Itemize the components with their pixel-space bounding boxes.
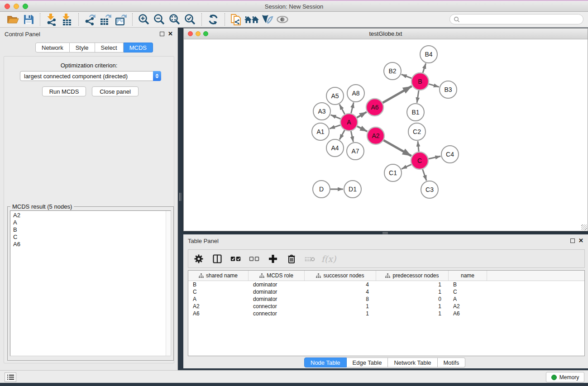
open-session-button[interactable] <box>5 13 21 26</box>
graph-edge-A-A8[interactable] <box>351 102 354 113</box>
graph-node-D[interactable]: D <box>313 181 330 198</box>
list-scrollbar[interactable] <box>166 211 171 356</box>
graph-edge-B-B3[interactable] <box>429 84 439 87</box>
graph-node-C4[interactable]: C4 <box>441 146 459 163</box>
show-hide-button[interactable] <box>275 13 290 26</box>
zoom-out-button[interactable] <box>152 13 167 26</box>
export-table-button[interactable] <box>98 13 113 26</box>
graph-edge-A-A3[interactable] <box>330 115 340 119</box>
minimize-network-window-button[interactable] <box>196 31 201 36</box>
show-column-button[interactable] <box>211 253 223 265</box>
graph-node-B[interactable]: B <box>411 73 429 90</box>
mcds-result-list[interactable]: A2ABCA6 <box>10 210 171 356</box>
graph-node-C1[interactable]: C1 <box>384 164 402 181</box>
graph-edge-C-C1[interactable] <box>402 164 411 169</box>
maximize-window-button[interactable] <box>23 4 28 9</box>
import-network-button[interactable] <box>44 13 59 26</box>
zoom-in-button[interactable] <box>136 13 152 26</box>
mcds-result-item[interactable]: C <box>10 234 165 241</box>
graph-edge-B-B2[interactable] <box>402 74 412 78</box>
zoom-fit-button[interactable] <box>167 13 182 26</box>
column-header-shared-name[interactable]: shared name <box>188 271 249 281</box>
tab-edge-table[interactable]: Edge Table <box>347 357 388 367</box>
search-input[interactable] <box>460 15 583 24</box>
task-history-button[interactable] <box>5 372 16 382</box>
column-header-MCDS-role[interactable]: MCDS role <box>249 271 305 281</box>
home-button[interactable] <box>244 13 259 26</box>
panel-splitter-grip[interactable] <box>179 193 182 201</box>
memory-button[interactable]: Memory <box>546 372 584 382</box>
graph-edge-B-B1[interactable] <box>417 91 419 103</box>
unselect-all-button[interactable] <box>249 253 260 265</box>
table-settings-button[interactable] <box>193 253 205 265</box>
add-column-button[interactable] <box>267 253 279 265</box>
zoom-selected-button[interactable] <box>182 13 198 26</box>
window-resize-grip[interactable] <box>581 224 587 230</box>
delete-column-button[interactable] <box>286 253 297 265</box>
float-panel-icon[interactable] <box>160 32 164 36</box>
graph-node-C[interactable]: C <box>411 152 428 169</box>
close-network-window-button[interactable] <box>188 31 193 36</box>
search-field[interactable] <box>449 14 583 24</box>
graph-edge-A-A7[interactable] <box>351 131 353 142</box>
export-network-button[interactable] <box>82 13 98 26</box>
table-row[interactable]: Cdominator41C <box>188 288 584 295</box>
column-header-successor-nodes[interactable]: successor nodes <box>305 271 376 281</box>
graph-node-D1[interactable]: D1 <box>344 181 361 198</box>
tab-select[interactable]: Select <box>95 43 124 52</box>
import-table-button[interactable] <box>59 13 75 26</box>
tab-style[interactable]: Style <box>70 43 95 52</box>
tab-motifs[interactable]: Motifs <box>438 357 466 367</box>
save-session-button[interactable] <box>21 13 36 26</box>
graph-node-A[interactable]: A <box>340 114 358 131</box>
graph-node-B1[interactable]: B1 <box>407 104 424 121</box>
tab-network-table[interactable]: Network Table <box>388 357 437 367</box>
graph-node-A6[interactable]: A6 <box>366 99 383 116</box>
network-file-button[interactable] <box>229 13 244 26</box>
graph-edge-A2-C[interactable] <box>383 140 411 156</box>
tab-mcds[interactable]: MCDS <box>124 43 153 52</box>
mcds-result-item[interactable]: A2 <box>10 212 165 219</box>
graph-node-A1[interactable]: A1 <box>312 123 329 140</box>
graph-node-A2[interactable]: A2 <box>367 127 384 144</box>
graph-edge-B-B4[interactable] <box>423 63 426 73</box>
float-panel-icon[interactable] <box>570 238 575 243</box>
run-mcds-button[interactable]: Run MCDS <box>42 86 86 96</box>
graph-node-A8[interactable]: A8 <box>347 85 364 102</box>
tab-network[interactable]: Network <box>35 43 70 52</box>
graph-edge-A-A1[interactable] <box>330 125 340 129</box>
mcds-result-item[interactable]: B <box>10 226 165 234</box>
mcds-result-item[interactable]: A6 <box>10 241 165 248</box>
graph-edge-A-A2[interactable] <box>357 126 367 131</box>
table-row[interactable]: Adominator80A <box>188 295 584 303</box>
graph-edge-C-C3[interactable] <box>423 169 427 181</box>
refresh-button[interactable] <box>206 13 221 26</box>
graph-edge-A6-B[interactable] <box>382 86 411 103</box>
table-row[interactable]: A6connector11A6 <box>188 310 584 317</box>
mcds-result-item[interactable]: A <box>10 219 165 226</box>
graph-edge-C-C4[interactable] <box>429 156 441 159</box>
graph-node-A5[interactable]: A5 <box>326 87 344 105</box>
column-header-predecessor-nodes[interactable]: predecessor nodes <box>376 271 449 281</box>
export-image-button[interactable] <box>113 13 129 26</box>
table-row[interactable]: A2connector11A2 <box>188 303 584 310</box>
graph-edge-A-A6[interactable] <box>357 112 367 118</box>
graph-edge-A-A4[interactable] <box>339 130 344 140</box>
graph-edge-C-C2[interactable] <box>418 141 419 152</box>
network-window-titlebar[interactable]: testGlobe.txt <box>184 29 588 39</box>
graph-node-C2[interactable]: C2 <box>408 123 425 140</box>
graph-edge-A-A5[interactable] <box>339 105 345 114</box>
close-panel-button[interactable]: Close panel <box>92 86 139 96</box>
network-canvas[interactable]: B4B2BB3A5A8A6A3B1AA1A2C2A4A7C4CC1C3DD1 <box>184 39 588 231</box>
delete-table-button[interactable] <box>304 253 316 265</box>
graph-node-C3[interactable]: C3 <box>421 181 438 198</box>
style-editor-button[interactable] <box>259 13 275 26</box>
minimize-window-button[interactable] <box>14 4 19 9</box>
column-header-name[interactable]: name <box>449 271 487 281</box>
close-panel-icon[interactable]: ✕ <box>578 238 583 243</box>
table-splitter-grip[interactable] <box>382 232 388 234</box>
graph-node-B3[interactable]: B3 <box>440 81 457 98</box>
graph-node-A3[interactable]: A3 <box>313 103 330 120</box>
maximize-network-window-button[interactable] <box>203 31 208 36</box>
close-window-button[interactable] <box>5 4 10 9</box>
